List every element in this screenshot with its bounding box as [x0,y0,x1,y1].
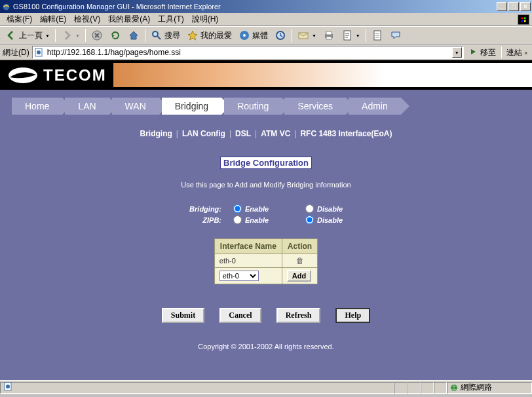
menu-help[interactable]: 說明(H) [188,12,223,26]
svg-point-3 [153,31,158,37]
action-buttons: Submit Cancel Refresh Help [0,308,532,323]
search-button[interactable]: 搜尋 [148,28,183,43]
minimize-button[interactable]: _ [497,2,507,11]
status-cell [421,382,434,394]
subnav-link[interactable]: Bridging [140,129,172,138]
ie-throbber-icon [518,14,529,25]
interface-table: Interface Name Action eth-0 🗑 eth-0 Add [214,238,318,284]
subnav-link[interactable]: LAN Config [182,129,225,138]
tab-lan[interactable]: LAN [65,98,109,115]
trash-icon: 🗑 [296,256,304,265]
back-button[interactable]: 上一頁 ▼ [3,28,52,43]
menu-tools[interactable]: 工具(T) [154,12,187,26]
chevron-down-icon: ▼ [312,33,316,38]
brand-gradient [113,63,532,87]
column-interface-name: Interface Name [214,239,282,254]
delete-row-button[interactable]: 🗑 [282,254,317,268]
interface-cell: eth-0 [214,254,282,268]
forward-button[interactable]: ▼ [58,28,83,43]
address-input-wrap[interactable]: ▼ [32,46,464,59]
home-button[interactable] [125,28,142,43]
brand-name: TECOM [43,66,107,85]
refresh-button[interactable] [107,28,124,43]
cancel-button[interactable]: Cancel [219,308,261,323]
history-button[interactable] [272,28,289,43]
subnav-link[interactable]: RFC 1483 Interface(EoA) [300,129,392,138]
favorites-button[interactable]: 我的最愛 [184,28,235,43]
help-button[interactable]: Help [335,308,370,323]
stop-button[interactable] [88,28,105,43]
print-button[interactable] [320,28,337,43]
tab-admin[interactable]: Admin [349,98,401,115]
column-action: Action [282,239,317,254]
options-block: Bridging: Enable Disable ZIPB: Enable Di… [142,204,390,224]
tab-home[interactable]: Home [12,98,62,115]
subnav-link[interactable]: DSL [235,129,251,138]
chevron-down-icon: ▼ [45,33,50,38]
zipb-disable-radio[interactable]: Disable [305,216,377,224]
related-button[interactable] [369,28,386,43]
edit-icon [341,29,353,41]
search-icon [151,29,162,41]
svg-point-14 [37,50,41,54]
address-dropdown-button[interactable]: ▼ [452,47,462,58]
svg-rect-9 [326,31,332,35]
section-description: Use this page to Add and Modify Bridging… [0,181,532,189]
subnav-link[interactable]: ATM VC [261,129,290,138]
svg-point-5 [243,34,246,37]
address-input[interactable] [45,47,452,58]
address-label: 網址(D) [3,47,29,58]
mail-icon [297,29,309,41]
svg-point-17 [6,385,10,388]
svg-rect-1 [519,15,528,24]
status-main [0,382,394,394]
chevron-down-icon: ▼ [356,33,360,38]
discuss-icon [390,29,402,41]
menubar: 檔案(F) 編輯(E) 檢視(V) 我的最愛(A) 工具(T) 說明(H) [0,13,532,26]
subnav: Bridging|LAN Config|DSL|ATM VC|RFC 1483 … [0,129,532,138]
refresh-button[interactable]: Refresh [276,308,321,323]
go-button[interactable]: 移至 [466,47,499,58]
tab-routing[interactable]: Routing [224,98,282,115]
zipb-enable-radio[interactable]: Enable [233,216,305,224]
home-icon [128,29,140,41]
brand-header: TECOM [0,60,532,90]
menu-favorites[interactable]: 我的最愛(A) [104,12,154,26]
close-button[interactable]: × [520,2,531,11]
tab-bridging[interactable]: Bridging [162,98,221,115]
refresh-icon [109,29,121,41]
menu-view[interactable]: 檢視(V) [70,12,104,26]
page-content: TECOM HomeLANWANBridgingRoutingServicesA… [0,60,532,380]
menu-edit[interactable]: 編輯(E) [36,12,70,26]
bridging-label: Bridging: [155,205,233,213]
page-icon [371,29,383,41]
bridging-enable-radio[interactable]: Enable [233,204,305,213]
tab-wan[interactable]: WAN [112,98,159,115]
interface-select[interactable]: eth-0 [219,271,259,281]
submit-button[interactable]: Submit [162,308,204,323]
copyright: Copyright © 2001-2002 All rights reserve… [0,343,532,350]
main-tabs: HomeLANWANBridgingRoutingServicesAdmin [0,98,532,115]
globe-icon [450,384,458,392]
tab-services[interactable]: Services [284,98,346,115]
add-button[interactable]: Add [287,270,311,282]
forward-arrow-icon [61,29,73,41]
statusbar: 網際網路 [0,380,532,394]
status-cell [434,382,447,394]
edit-button[interactable]: ▼ [339,28,363,43]
bridging-disable-radio[interactable]: Disable [305,204,377,213]
window-titlebar: GS8100 Configuration Manager GUI - Micro… [0,0,532,13]
status-cell [408,382,421,394]
tecom-logo-icon [7,66,39,85]
status-zone: 網際網路 [447,382,532,394]
menu-file[interactable]: 檔案(F) [3,12,36,26]
media-button[interactable]: 媒體 [236,28,271,43]
maximize-button[interactable]: □ [508,2,519,11]
stop-icon [91,29,103,41]
page-icon [3,382,12,393]
toolbar: 上一頁 ▼ ▼ 搜尋 我的最愛 媒體 ▼ ▼ [0,26,532,45]
links-label[interactable]: 連結 » [504,47,529,58]
page-icon [34,48,43,57]
mail-button[interactable]: ▼ [295,28,319,43]
discuss-button[interactable] [387,28,404,43]
